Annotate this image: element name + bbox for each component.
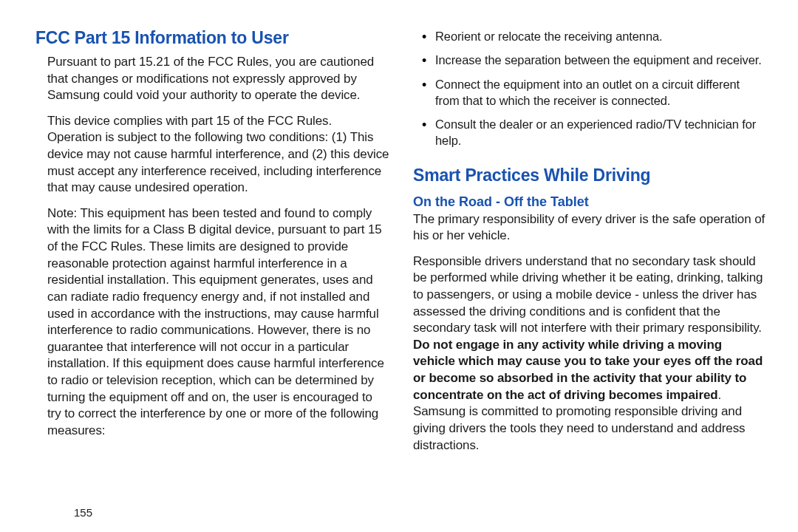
- para-driving-2a: Responsible drivers understand that no s…: [413, 254, 763, 335]
- para-fcc-3: Note: This equipment has been tested and…: [35, 205, 389, 440]
- fcc-bullet-list: Reorient or relocate the receiving anten…: [413, 28, 767, 157]
- subheading-on-the-road: On the Road - Off the Tablet: [413, 194, 767, 210]
- right-column: Reorient or relocate the receiving anten…: [413, 28, 767, 517]
- para-driving-2: Responsible drivers understand that no s…: [413, 253, 767, 454]
- page: FCC Part 15 Information to User Pursuant…: [0, 0, 798, 532]
- left-column: FCC Part 15 Information to User Pursuant…: [35, 28, 389, 517]
- bullet-item: Increase the separation between the equi…: [413, 52, 767, 68]
- heading-driving: Smart Practices While Driving: [413, 166, 767, 185]
- bullet-item: Connect the equipment into an outlet on …: [413, 76, 767, 109]
- para-driving-2b-bold: Do not engage in any activity while driv…: [413, 338, 763, 402]
- para-driving-1: The primary responsibility of every driv…: [413, 211, 767, 245]
- bullet-item: Consult the dealer or an experienced rad…: [413, 116, 767, 149]
- para-fcc-1: Pursuant to part 15.21 of the FCC Rules,…: [35, 54, 389, 104]
- bullet-item: Reorient or relocate the receiving anten…: [413, 28, 767, 44]
- page-number: 155: [74, 506, 92, 519]
- heading-fcc: FCC Part 15 Information to User: [35, 28, 389, 48]
- para-fcc-2: This device complies with part 15 of the…: [35, 113, 389, 197]
